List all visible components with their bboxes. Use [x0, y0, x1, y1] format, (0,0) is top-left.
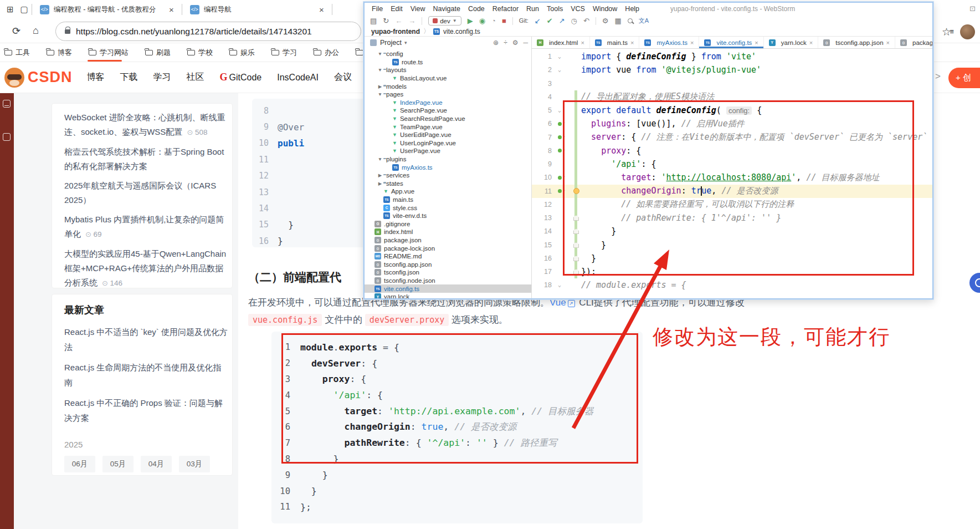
- menu-vcs[interactable]: VCS: [567, 5, 589, 13]
- coverage-icon[interactable]: ◔: [491, 17, 496, 24]
- editor-line[interactable]: 13 // pathRewrite: { 1'^/api': '' }: [532, 211, 932, 225]
- bookmark-item[interactable]: 学习网站: [89, 43, 129, 62]
- url-input[interactable]: https://blog.csdn.net/yuanlong12178/arti…: [55, 22, 361, 41]
- nav-item[interactable]: 博客: [87, 72, 105, 83]
- nav-item[interactable]: 下载: [120, 72, 138, 83]
- history-icon[interactable]: ◷: [571, 17, 577, 24]
- tab-close-icon[interactable]: ×: [809, 39, 813, 46]
- tab-close-icon[interactable]: ×: [169, 5, 174, 14]
- tree-item[interactable]: TSroute.ts: [365, 58, 531, 67]
- tree-item[interactable]: TSmain.ts: [365, 196, 531, 204]
- editor-line[interactable]: 14 }: [532, 225, 932, 238]
- editor-line[interactable]: 3: [532, 77, 932, 90]
- extension-icon[interactable]: ⊡: [969, 4, 976, 13]
- menu-window[interactable]: Window: [589, 5, 621, 13]
- menu-file[interactable]: File: [368, 5, 387, 13]
- bookmark-item[interactable]: 娱乐: [229, 43, 255, 62]
- editor-line[interactable]: 18⌄// module.exports = {: [532, 278, 932, 292]
- tree-item[interactable]: TSvite-env.d.ts: [365, 212, 531, 220]
- editor-tab[interactable]: TSmyAxios.ts×: [639, 37, 699, 48]
- tree-item[interactable]: {}package-lock.json: [365, 244, 531, 252]
- tree-item[interactable]: {}tsconfig.node.json: [365, 277, 531, 285]
- fold-icon[interactable]: ⌄: [558, 67, 561, 73]
- bookmark-item[interactable]: 学校: [187, 43, 213, 62]
- stop-icon[interactable]: ■: [502, 17, 506, 24]
- nav-item[interactable]: 学习: [153, 72, 171, 83]
- debug-icon[interactable]: ◉: [479, 17, 485, 24]
- run-icon[interactable]: ▶: [468, 17, 473, 24]
- csdn-logo-text[interactable]: CSDN: [28, 69, 73, 86]
- fold-icon[interactable]: ⌄: [558, 108, 561, 113]
- git-push-icon[interactable]: ↗: [559, 17, 565, 24]
- tree-item[interactable]: Cstyle.css: [365, 204, 531, 212]
- tree-item[interactable]: ▼layouts: [365, 66, 531, 74]
- tree-item[interactable]: ▼config: [365, 50, 531, 58]
- editor-line[interactable]: 10↑ target: 'http://localhost:8080/api',…: [532, 171, 932, 184]
- tree-item[interactable]: {}tsconfig.json: [365, 268, 531, 277]
- tree-item[interactable]: ▼TeamPage.vue: [365, 123, 531, 131]
- git-commit-icon[interactable]: ✔: [547, 17, 553, 24]
- tree-item[interactable]: {}tsconfig.app.json: [365, 260, 531, 268]
- article-link[interactable]: 榕壹云代驾系统技术解析：基于Spring Boot的私有化部署解决方案: [64, 145, 229, 174]
- fold-icon[interactable]: ⌄: [558, 54, 561, 59]
- reload-icon[interactable]: ⟳: [12, 25, 20, 37]
- side-tool-icon[interactable]: [3, 100, 11, 108]
- latest-article-link[interactable]: React.js 中不适当的 `key` 使用问题及优化方法: [64, 324, 229, 354]
- tab-close-icon[interactable]: ×: [755, 39, 758, 46]
- menu-navigate[interactable]: Navigate: [429, 5, 464, 13]
- bookmark-item[interactable]: 学习: [271, 43, 297, 62]
- back-icon[interactable]: ←: [395, 17, 402, 24]
- fold-icon[interactable]: ⌄: [558, 282, 561, 288]
- latest-article-link[interactable]: React.js 中不正确的 Props 验证：问题与解决方案: [64, 395, 229, 425]
- tree-item[interactable]: TSmyAxios.ts: [365, 163, 531, 171]
- tree-item[interactable]: ▼UserPage.vue: [365, 147, 531, 155]
- article-link[interactable]: Mybatis Plus 内置插件机制,让复杂的问题简单化⊙ 69: [64, 212, 229, 242]
- run-config-select[interactable]: dev▼: [428, 16, 461, 26]
- bookmark-item[interactable]: 工具: [4, 43, 30, 62]
- editor-line[interactable]: 12 // 如果需要路径重写，可以取消以下行的注释: [532, 198, 932, 211]
- menu-view[interactable]: View: [407, 5, 429, 13]
- tree-item[interactable]: ▼pages: [365, 90, 531, 99]
- nav-item[interactable]: 会议: [334, 72, 352, 83]
- forward-icon[interactable]: →: [408, 17, 415, 24]
- tab-close-icon[interactable]: ×: [690, 39, 694, 46]
- floating-widget[interactable]: [969, 273, 980, 293]
- nav-item[interactable]: InsCodeAI: [277, 73, 319, 83]
- editor-line[interactable]: 5⌄export default defineConfig( config: {: [532, 104, 932, 117]
- editor-line[interactable]: 11↑ changeOrigin: true, // 是否改变源: [532, 185, 932, 198]
- editor-line[interactable]: 4// 导出配置对象，使用ES模块语法: [532, 90, 932, 104]
- panel-settings-icon[interactable]: ⚙: [512, 39, 519, 47]
- tree-item[interactable]: Yyarn.lock: [365, 293, 531, 298]
- save-icon[interactable]: ▤: [370, 17, 377, 24]
- editor-tab[interactable]: Yyarn.lock×: [764, 37, 818, 48]
- editor-line[interactable]: 2⌄import vue from '@vitejs/plugin-vue': [532, 63, 932, 77]
- git-update-icon[interactable]: ↙: [535, 17, 541, 24]
- tree-item[interactable]: MDREADME.md: [365, 252, 531, 261]
- browser-tab[interactable]: </>编程教程 - 编程导航 - 优质教程分×: [35, 0, 178, 19]
- archive-month-button[interactable]: 04月: [141, 456, 172, 472]
- hide-panel-icon[interactable]: ─: [523, 39, 528, 47]
- sync-icon[interactable]: ↻: [383, 17, 389, 24]
- tree-item[interactable]: ▶models: [365, 82, 531, 90]
- workspace-icon[interactable]: ▢: [20, 4, 28, 14]
- editor-line[interactable]: 16 }: [532, 252, 932, 265]
- collapse-all-icon[interactable]: ÷: [504, 39, 507, 47]
- tab-close-icon[interactable]: ×: [630, 39, 634, 46]
- article-link[interactable]: WebSocket 进阶全攻略：心跳机制、断线重连、socket.io、鉴权与W…: [64, 110, 229, 140]
- menu-refactor[interactable]: Refactor: [489, 5, 522, 13]
- menu-tools[interactable]: Tools: [543, 5, 567, 13]
- tab-overview-icon[interactable]: ⊞: [7, 4, 14, 14]
- editor-line[interactable]: 7↑ server: { // 注意：在Vite的新版本中，配置项 `devSe…: [532, 131, 932, 144]
- editor-line[interactable]: 15 }: [532, 238, 932, 252]
- create-button[interactable]: + 创: [948, 68, 980, 88]
- article-link[interactable]: 2025年航空航天与遥感国际会议（ICARS 2025）: [64, 179, 229, 207]
- csdn-logo-icon[interactable]: [4, 68, 24, 88]
- editor-line[interactable]: 1⌄import { defineConfig } from 'vite': [532, 50, 932, 63]
- browser-tab[interactable]: </>编程导航×: [186, 0, 329, 19]
- editor-line[interactable]: 9 '/api': {: [532, 157, 932, 171]
- tree-item[interactable]: G.gitignore: [365, 220, 531, 228]
- editor-tab[interactable]: Hindex.html×: [532, 37, 590, 48]
- editor-code[interactable]: 1⌄import { defineConfig } from 'vite'2⌄i…: [532, 49, 932, 298]
- locate-icon[interactable]: ⊕: [493, 39, 499, 47]
- tree-item[interactable]: ▼App.vue: [365, 187, 531, 196]
